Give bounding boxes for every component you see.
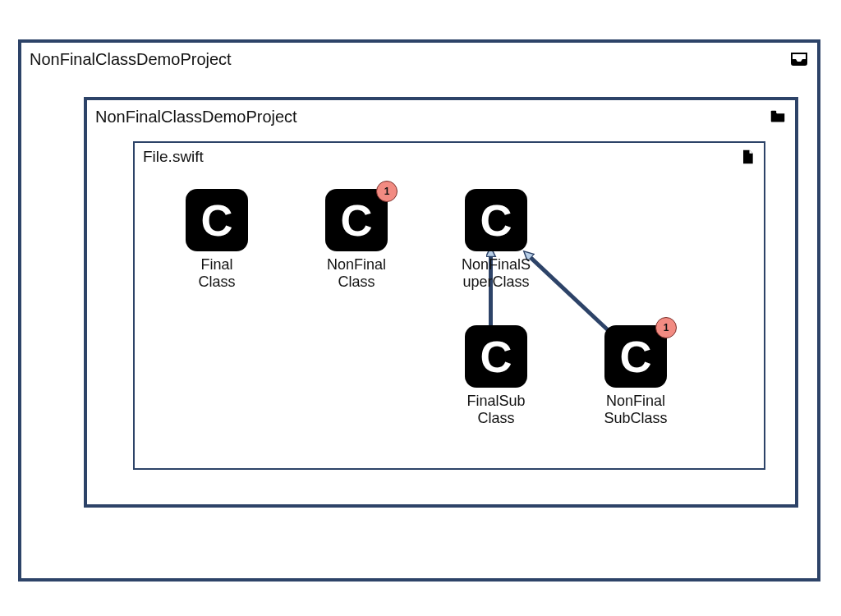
class-tile: C 1 xyxy=(325,189,388,251)
class-glyph: C xyxy=(341,198,373,242)
class-tile: C 1 xyxy=(604,325,667,388)
warning-badge[interactable]: 1 xyxy=(376,181,398,202)
folder-icon xyxy=(769,108,787,126)
project-outer-panel: NonFinalClassDemoProject NonFinalClassDe… xyxy=(18,39,820,582)
class-tile: C xyxy=(186,189,248,251)
file-panel: File.swift xyxy=(133,141,765,470)
node-final-subclass[interactable]: C FinalSubClass xyxy=(455,325,537,426)
class-glyph: C xyxy=(480,334,512,379)
svg-rect-0 xyxy=(771,111,776,113)
project-mid-title: NonFinalClassDemoProject xyxy=(95,108,769,126)
node-label: FinalSubClass xyxy=(455,393,537,426)
diagram-canvas: C FinalClass C 1 NonFinalClass C NonFina… xyxy=(135,143,764,468)
inbox-icon xyxy=(789,49,809,69)
node-label: NonFinalClass xyxy=(315,256,398,290)
project-outer-title: NonFinalClassDemoProject xyxy=(30,50,789,69)
node-nonfinal-superclass[interactable]: C NonFinalSuperClass xyxy=(455,189,537,290)
class-tile: C xyxy=(465,325,527,388)
class-glyph: C xyxy=(201,198,233,242)
class-tile: C xyxy=(465,189,527,251)
project-outer-header: NonFinalClassDemoProject xyxy=(21,43,817,72)
node-label: NonFinalSubClass xyxy=(595,393,677,426)
node-final-class[interactable]: C FinalClass xyxy=(176,189,258,290)
node-label: NonFinalSuperClass xyxy=(455,256,537,290)
node-nonfinal-class[interactable]: C 1 NonFinalClass xyxy=(315,189,398,290)
node-nonfinal-subclass[interactable]: C 1 NonFinalSubClass xyxy=(595,325,677,426)
project-mid-panel: NonFinalClassDemoProject File.swift xyxy=(84,97,798,508)
project-mid-header: NonFinalClassDemoProject xyxy=(87,100,795,130)
warning-badge[interactable]: 1 xyxy=(655,317,677,338)
arrow-nonfinalsub-to-super xyxy=(530,257,608,330)
class-glyph: C xyxy=(480,198,512,242)
class-glyph: C xyxy=(620,334,652,379)
node-label: FinalClass xyxy=(176,256,258,290)
